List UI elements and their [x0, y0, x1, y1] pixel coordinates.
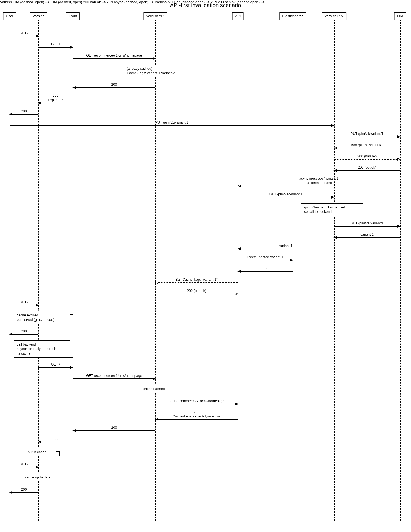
note-line: asynchronously to refresh: [17, 347, 56, 351]
msg-label: variant 1: [279, 244, 293, 248]
sequence-diagram: API-first invalidation scenario User Var…: [0, 0, 411, 532]
note-line: so call to backend: [304, 210, 332, 214]
msg-label: GET /ecommerce/v1/cms/homepage: [169, 399, 224, 403]
lifeline-es: [293, 19, 293, 521]
msg-label: GET /: [51, 42, 60, 47]
msg-arrow: [10, 334, 38, 335]
msg-arrow: [10, 114, 38, 115]
msg-arrow: [10, 36, 38, 36]
actor-user: User: [3, 12, 16, 20]
msg-arrow: [73, 87, 155, 88]
msg-label: Ban /pim/v1/variant/1: [351, 143, 383, 147]
note-line: cache expired: [17, 313, 38, 317]
msg-label: GET /: [20, 31, 28, 35]
msg-arrow: [238, 271, 293, 272]
msg-arrow: [155, 294, 238, 294]
msg-label: 200: [111, 426, 117, 430]
msg-label: 200: [111, 83, 117, 87]
msg-arrow: [334, 148, 400, 148]
msg-arrow: [73, 58, 155, 59]
lifeline-varnish-api: [155, 19, 156, 521]
actor-varnish: Varnish: [30, 12, 47, 20]
msg-label: 200 (ban ok): [357, 154, 377, 159]
actor-pim: PIM: [394, 12, 406, 20]
lifeline-varnish: [38, 19, 39, 521]
note-line: (already cached): [127, 67, 152, 71]
msg-arrow: [334, 137, 400, 137]
msg-label: Index updated variant 1: [247, 255, 283, 260]
msg-arrow: [155, 419, 238, 420]
msg-label-line: Cache-Tags: variant-1,variant-2: [173, 414, 220, 418]
msg-label: variant 1: [360, 233, 374, 237]
msg-label: ok: [263, 266, 267, 271]
lifeline-varnish-pim: [334, 19, 335, 521]
msg-label-line: Expires: 2: [48, 98, 63, 102]
msg-arrow: [334, 170, 400, 171]
msg-arrow: [334, 159, 400, 160]
msg-label: PUT /pim/v1/variant/1: [351, 132, 384, 136]
actor-varnish-api: Varnish API: [144, 12, 167, 20]
msg-arrow: [10, 125, 334, 126]
msg-arrow: [238, 260, 293, 260]
msg-label-line: 200: [194, 410, 200, 414]
actor-api: API: [232, 12, 244, 20]
note: cache banned: [140, 385, 175, 393]
msg-arrow: [38, 47, 73, 48]
msg-arrow: [38, 103, 73, 103]
msg-arrow: [10, 305, 38, 305]
msg-label: GET /: [20, 300, 28, 305]
note-line: put in cache: [28, 450, 46, 454]
note-line: /pim/v1/variant/1 is banned: [304, 205, 345, 209]
lifeline-front: [73, 19, 73, 521]
msg-arrow: [73, 378, 155, 379]
actor-varnish-pim: Varnish PIM: [322, 12, 346, 20]
note-line: call backend: [17, 342, 36, 346]
msg-label: GET /ecommerce/v1/cms/homepage: [86, 374, 142, 378]
msg-label: GET /ecommerce/v1/cms/homepage: [86, 54, 142, 58]
msg-arrow: [10, 492, 38, 493]
msg-label: 200: [21, 109, 27, 114]
msg-label: 200 Cache-Tags: variant-1,variant-2: [173, 410, 220, 419]
msg-label: 200: [21, 329, 27, 334]
note: call backend asynchronously to refresh i…: [14, 340, 73, 358]
msg-arrow: [38, 367, 73, 368]
msg-arrow: [238, 249, 334, 249]
msg-label: 200 (put ok): [358, 166, 376, 170]
actor-es: Elasticsearch: [279, 12, 306, 20]
msg-label: async message "variant 1 has been update…: [299, 177, 339, 185]
msg-arrow: [155, 282, 238, 283]
note: cache up to date: [22, 473, 64, 481]
note-line: cache banned: [143, 387, 165, 391]
msg-label-line: 200: [53, 94, 59, 98]
lifeline-user: [10, 19, 10, 521]
msg-arrow: [73, 430, 155, 431]
msg-label: Ban Cache-Tags "variant-1": [175, 278, 217, 282]
msg-arrow: [38, 442, 73, 442]
msg-label: GET /: [20, 462, 28, 467]
diagram-title: API-first invalidation scenario: [0, 2, 411, 9]
msg-label: GET /: [51, 363, 60, 367]
msg-arrow: [238, 186, 400, 186]
note: /pim/v1/variant/1 is banned so call to b…: [301, 203, 366, 216]
msg-label: GET /pim/v1/variant/1: [351, 221, 384, 226]
msg-arrow: [10, 467, 38, 467]
msg-label-line: async message "variant 1: [299, 177, 339, 180]
note: (already cached) Cache-Tags: variant-1,v…: [124, 65, 190, 77]
msg-arrow: [334, 237, 400, 238]
note-line: but served (grace mode): [17, 318, 54, 322]
msg-label: 200: [53, 437, 59, 441]
msg-label: 200 Expires: 2: [48, 94, 63, 102]
msg-label: GET /pim/v1/variant/1: [269, 192, 303, 197]
msg-arrow: [334, 226, 400, 227]
msg-label-line: has been updated": [305, 181, 333, 185]
msg-arrow: [155, 404, 238, 404]
actor-front: Front: [66, 12, 80, 20]
note-line: its cache: [17, 352, 30, 355]
lifeline-pim: [400, 19, 401, 521]
note: put in cache: [25, 448, 60, 456]
note: cache expired but served (grace mode): [14, 311, 73, 324]
note-line: Cache-Tags: variant-1,variant-2: [127, 71, 175, 75]
msg-arrow: [238, 197, 334, 197]
msg-label: 200 (ban ok): [187, 289, 206, 293]
msg-label: PUT /pim/v1/variant/1: [155, 121, 188, 125]
